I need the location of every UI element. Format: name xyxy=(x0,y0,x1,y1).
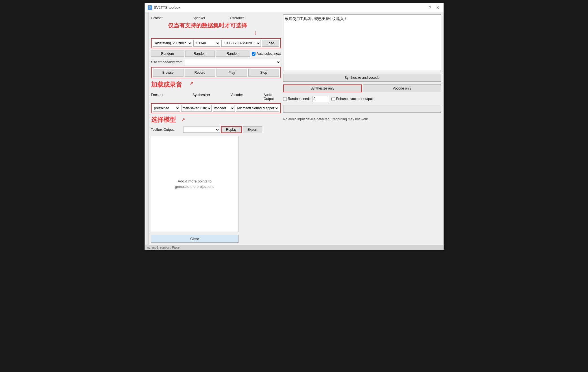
vocoder-column-label: Vocoder xyxy=(231,93,264,101)
annotation-select-model-text: 选择模型 xyxy=(151,116,176,124)
right-panel: Synthesize and vocode Synthesize only Vo… xyxy=(283,14,441,243)
generate-bar-row xyxy=(283,105,441,113)
projection-box: Add 4 more points togenerate the project… xyxy=(151,136,239,232)
use-embedding-label: Use embedding from: xyxy=(151,60,183,64)
auto-select-checkbox[interactable] xyxy=(252,52,255,56)
browse-button[interactable]: Browse xyxy=(153,69,183,77)
clear-button[interactable]: Clear xyxy=(151,235,239,243)
dataset-select[interactable]: aidatatang_200zh\corpus\test xyxy=(153,40,192,47)
vocoder-select[interactable]: vocoder xyxy=(213,105,235,112)
synthesize-only-button[interactable]: Synthesize only xyxy=(283,84,362,92)
synthesizer-select[interactable]: man-saved110k xyxy=(181,105,212,112)
seed-value-input[interactable] xyxy=(312,96,329,102)
encoder-select[interactable]: pretrained xyxy=(153,105,180,112)
toolbox-output-label: Toolbox Output: xyxy=(151,128,182,132)
play-button[interactable]: Play xyxy=(217,69,247,77)
left-panel: Dataset Speaker Utterance 仅当有支持的数据集时才可选择… xyxy=(151,14,281,243)
annotation-arrow-block: ↗ xyxy=(189,81,193,86)
auto-select-label: Auto select next xyxy=(257,52,281,56)
annotation-load-record-text: 加载或录音 xyxy=(151,81,182,89)
random-row: Random Random Random Auto select next xyxy=(151,51,281,57)
enhance-text: Enhance vocoder output xyxy=(336,97,373,101)
random-dataset-button[interactable]: Random xyxy=(151,51,184,57)
audio-output-select[interactable]: Microsoft Sound Mapper xyxy=(236,105,279,112)
replay-button[interactable]: Replay xyxy=(221,126,242,133)
toolbox-output-select[interactable] xyxy=(183,127,220,133)
main-layout: Dataset Speaker Utterance 仅当有支持的数据集时才可选择… xyxy=(149,12,443,245)
annotation-select-model-block: 选择模型 ↗ xyxy=(151,116,281,124)
projection-text: Add 4 more points togenerate the project… xyxy=(175,179,214,190)
utterance-select[interactable]: T0055G114SS0281.wav xyxy=(221,40,261,47)
main-window: S SV2TTS toolbox ? ✕ Dataset Speaker Utt… xyxy=(145,3,444,250)
left-strip xyxy=(145,12,149,245)
dataset-column-label: Dataset xyxy=(151,16,193,20)
synthesize-vocode-button[interactable]: Synthesize and vocode xyxy=(283,74,441,82)
encoder-column-label: Encoder xyxy=(151,93,193,101)
record-button[interactable]: Record xyxy=(185,69,215,77)
annotation-arrow-down: ↓ xyxy=(230,29,281,36)
speaker-column-label: Speaker xyxy=(193,16,230,20)
close-button[interactable]: ✕ xyxy=(435,5,441,10)
annotation-select-arrow: ↗ xyxy=(181,117,185,123)
stop-button[interactable]: Stop xyxy=(248,69,279,77)
synthesizer-column-label: Synthesizer xyxy=(193,93,231,101)
vocode-only-button[interactable]: Vocode only xyxy=(363,84,441,92)
enhance-checkbox[interactable] xyxy=(331,97,335,101)
random-utterance-button[interactable]: Random xyxy=(216,51,250,57)
auto-select-row: Auto select next xyxy=(252,52,281,56)
no-audio-message: No audio input device detected. Recordin… xyxy=(283,117,441,121)
dsu-selection-row: aidatatang_200zh\corpus\test G1148 T0055… xyxy=(151,38,281,48)
load-button[interactable]: Load xyxy=(262,40,279,47)
random-seed-row: Random seed: Enhance vocoder output xyxy=(283,96,441,102)
status-text: no_mp3_support: False xyxy=(147,246,180,249)
export-button[interactable]: Export xyxy=(243,126,262,133)
synth-vocode-row: Synthesize only Vocode only xyxy=(283,84,441,92)
titlebar-controls: ? ✕ xyxy=(427,5,441,10)
random-seed-label: Random seed: xyxy=(283,97,310,101)
toolbox-output-row: Toolbox Output: Replay Export xyxy=(151,126,281,133)
enhance-label: Enhance vocoder output xyxy=(331,97,373,101)
speaker-select[interactable]: G1148 xyxy=(193,40,220,47)
model-selection-row: pretrained man-saved110k vocoder Microso… xyxy=(151,103,281,113)
audio-output-column-label: Audio Output xyxy=(264,93,281,101)
help-button[interactable]: ? xyxy=(427,5,433,10)
content-area: Dataset Speaker Utterance 仅当有支持的数据集时才可选择… xyxy=(145,12,443,245)
utterance-column-label: Utterance xyxy=(230,16,272,20)
app-icon: S xyxy=(148,5,152,10)
window-title: SV2TTS toolbox xyxy=(154,5,181,10)
titlebar: S SV2TTS toolbox ? ✕ xyxy=(145,3,443,12)
browse-record-row: Browse Record Play Stop xyxy=(151,67,281,78)
status-bar: no_mp3_support: False xyxy=(145,245,443,250)
titlebar-left: S SV2TTS toolbox xyxy=(148,5,181,10)
random-seed-text: Random seed: xyxy=(288,97,310,101)
random-seed-checkbox[interactable] xyxy=(283,97,287,101)
tts-text-input[interactable] xyxy=(283,14,441,71)
generate-button[interactable] xyxy=(283,105,441,113)
annotation-load-record-block: 加载或录音 ↗ xyxy=(151,81,281,89)
random-speaker-button[interactable]: Random xyxy=(185,51,215,57)
use-embedding-select[interactable] xyxy=(185,59,281,65)
model-labels-row: Encoder Synthesizer Vocoder Audio Output xyxy=(151,93,281,101)
annotation-dataset-text: 仅当有支持的数据集时才可选择 xyxy=(168,22,247,29)
annotation-dataset-block: 仅当有支持的数据集时才可选择 ↓ xyxy=(168,22,281,36)
use-embedding-row: Use embedding from: xyxy=(151,59,281,65)
